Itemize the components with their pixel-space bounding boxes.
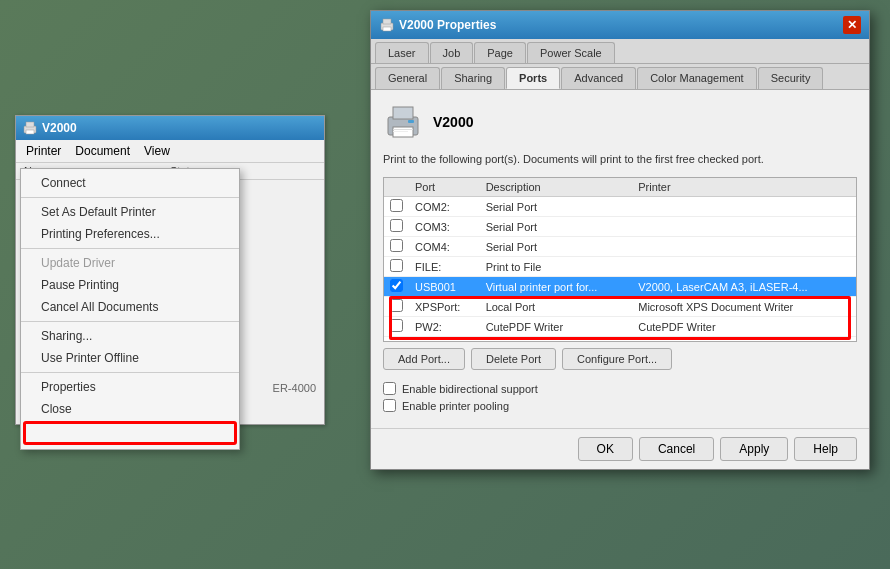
cancel-button[interactable]: Cancel: [639, 437, 714, 461]
svg-rect-10: [393, 129, 413, 130]
menu-item-cancel-all[interactable]: Cancel All Documents: [21, 296, 239, 318]
delete-port-button[interactable]: Delete Port: [471, 348, 556, 370]
titlebar-left: V2000 Properties: [379, 17, 496, 33]
dialog-titlebar: V2000 Properties ✕: [371, 11, 869, 39]
menu-item-update-driver: Update Driver: [21, 252, 239, 274]
port-check-file[interactable]: [390, 259, 403, 272]
bg-printer-icon: [22, 120, 38, 136]
port-com2: COM2:: [409, 197, 480, 217]
ok-button[interactable]: OK: [578, 437, 633, 461]
tab-general[interactable]: General: [375, 67, 440, 89]
tab-job[interactable]: Job: [430, 42, 474, 63]
desc-com2: Serial Port: [480, 197, 633, 217]
tab-power-scale[interactable]: Power Scale: [527, 42, 615, 63]
menu-document[interactable]: Document: [69, 142, 136, 160]
ports-table-container[interactable]: Port Description Printer COM2: Serial Po…: [383, 177, 857, 342]
separator-1: [21, 197, 239, 198]
port-xps: XPSPort:: [409, 297, 480, 317]
tab-page[interactable]: Page: [474, 42, 526, 63]
menu-item-default-printer[interactable]: Set As Default Printer: [21, 201, 239, 223]
port-file: FILE:: [409, 257, 480, 277]
separator-2: [21, 248, 239, 249]
bidirectional-checkbox[interactable]: [383, 382, 396, 395]
dialog-printer-icon: [379, 17, 395, 33]
table-row[interactable]: FILE: Print to File: [384, 257, 856, 277]
queue-bottom-right: ER-4000: [273, 382, 316, 394]
configure-port-button[interactable]: Configure Port...: [562, 348, 672, 370]
bg-menu-bar: Printer Document View: [16, 140, 324, 163]
printer-com2: [632, 197, 856, 217]
ports-table: Port Description Printer COM2: Serial Po…: [384, 178, 856, 337]
svg-rect-11: [393, 131, 408, 132]
desc-usb001: Virtual printer port for...: [480, 277, 633, 297]
pooling-checkbox[interactable]: [383, 399, 396, 412]
tab-advanced[interactable]: Advanced: [561, 67, 636, 89]
table-row[interactable]: COM4: Serial Port: [384, 237, 856, 257]
printer-large-icon: [383, 102, 423, 142]
dialog-footer: OK Cancel Apply Help: [371, 428, 869, 469]
help-button[interactable]: Help: [794, 437, 857, 461]
col-header-printer: Printer: [632, 178, 856, 197]
port-check-xps[interactable]: [390, 299, 403, 312]
port-check-com2[interactable]: [390, 199, 403, 212]
context-menu: Connect Set As Default Printer Printing …: [20, 168, 240, 450]
printer-usb001: V2000, LaserCAM A3, iLASER-4...: [632, 277, 856, 297]
table-row[interactable]: XPSPort: Local Port Microsoft XPS Docume…: [384, 297, 856, 317]
red-highlight-bottom-left: [23, 421, 237, 445]
desc-file: Print to File: [480, 257, 633, 277]
printer-com4: [632, 237, 856, 257]
menu-item-printing-preferences[interactable]: Printing Preferences...: [21, 223, 239, 245]
printer-file: [632, 257, 856, 277]
tab-color-management[interactable]: Color Management: [637, 67, 757, 89]
apply-button[interactable]: Apply: [720, 437, 788, 461]
bg-window-title: V2000: [42, 121, 77, 135]
svg-rect-1: [26, 122, 34, 127]
description-text: Print to the following port(s). Document…: [383, 152, 857, 167]
menu-item-sharing[interactable]: Sharing...: [21, 325, 239, 347]
tab-sharing[interactable]: Sharing: [441, 67, 505, 89]
svg-rect-2: [26, 130, 34, 134]
menu-item-close[interactable]: Close: [21, 398, 239, 420]
printer-com3: [632, 217, 856, 237]
port-check-com4[interactable]: [390, 239, 403, 252]
tab-security[interactable]: Security: [758, 67, 824, 89]
tab-ports[interactable]: Ports: [506, 67, 560, 89]
table-row[interactable]: PW2: CutePDF Writer CutePDF Writer: [384, 317, 856, 337]
svg-rect-4: [383, 19, 391, 24]
menu-item-connect[interactable]: Connect: [21, 172, 239, 194]
port-check-usb001[interactable]: [390, 279, 403, 292]
table-row-selected[interactable]: USB001 Virtual printer port for... V2000…: [384, 277, 856, 297]
port-pw2: PW2:: [409, 317, 480, 337]
port-com4: COM4:: [409, 237, 480, 257]
menu-item-pause-printing[interactable]: Pause Printing: [21, 274, 239, 296]
add-port-button[interactable]: Add Port...: [383, 348, 465, 370]
menu-printer[interactable]: Printer: [20, 142, 67, 160]
bidirectional-label: Enable bidirectional support: [402, 383, 538, 395]
printer-xps: Microsoft XPS Document Writer: [632, 297, 856, 317]
port-check-com3[interactable]: [390, 219, 403, 232]
menu-view[interactable]: View: [138, 142, 176, 160]
table-row[interactable]: COM2: Serial Port: [384, 197, 856, 217]
col-header-port: Port: [409, 178, 480, 197]
menu-item-properties[interactable]: Properties: [21, 376, 239, 398]
col-header-check: [384, 178, 409, 197]
col-header-description: Description: [480, 178, 633, 197]
port-check-pw2[interactable]: [390, 319, 403, 332]
properties-dialog: V2000 Properties ✕ Laser Job Page Power …: [370, 10, 870, 470]
pooling-label: Enable printer pooling: [402, 400, 509, 412]
printer-header: V2000: [383, 102, 857, 142]
tab-laser[interactable]: Laser: [375, 42, 429, 63]
close-button[interactable]: ✕: [843, 16, 861, 34]
bg-window-titlebar: V2000: [16, 116, 324, 140]
tab-row-2: General Sharing Ports Advanced Color Man…: [371, 64, 869, 90]
separator-4: [21, 372, 239, 373]
menu-item-use-offline[interactable]: Use Printer Offline: [21, 347, 239, 369]
port-com3: COM3:: [409, 217, 480, 237]
desc-com4: Serial Port: [480, 237, 633, 257]
desc-com3: Serial Port: [480, 217, 633, 237]
dialog-body: V2000 Print to the following port(s). Do…: [371, 90, 869, 428]
table-row[interactable]: COM3: Serial Port: [384, 217, 856, 237]
svg-rect-5: [383, 27, 391, 31]
desc-xps: Local Port: [480, 297, 633, 317]
svg-rect-9: [408, 120, 414, 123]
